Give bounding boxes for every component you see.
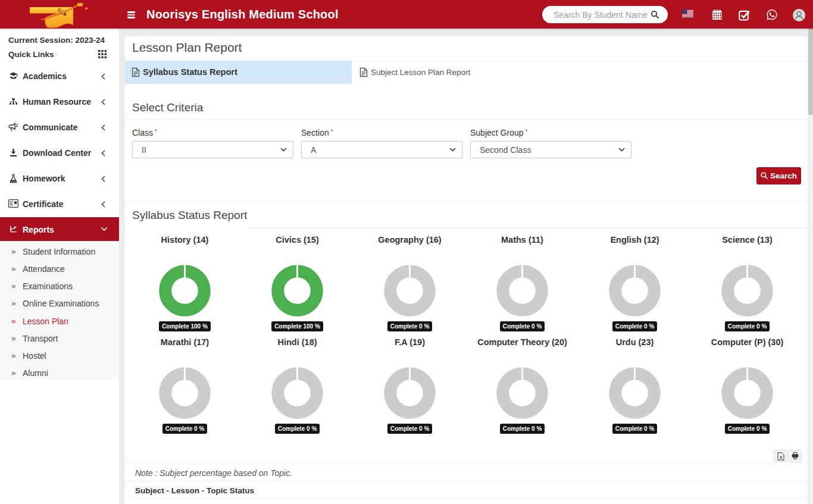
svg-text:x: x <box>779 454 782 460</box>
